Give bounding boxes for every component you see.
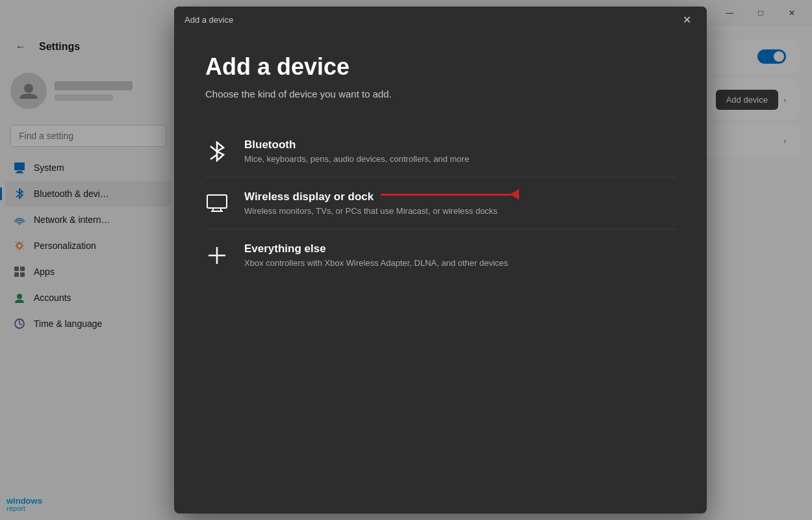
add-device-dialog: Add a device ✕ Add a device Choose the k… bbox=[174, 6, 707, 514]
annotation-arrow bbox=[381, 189, 519, 200]
bluetooth-device-name: Bluetooth bbox=[244, 138, 676, 151]
wireless-display-option[interactable]: Wireless display or dock Wireless monito… bbox=[205, 177, 676, 229]
bluetooth-option[interactable]: Bluetooth Mice, keyboards, pens, audio d… bbox=[205, 125, 676, 177]
svg-rect-20 bbox=[207, 195, 227, 208]
dialog-title-text: Add a device bbox=[184, 15, 233, 25]
everything-else-device-desc: Xbox controllers with Xbox Wireless Adap… bbox=[244, 258, 676, 268]
bluetooth-device-info: Bluetooth Mice, keyboards, pens, audio d… bbox=[244, 138, 676, 164]
svg-line-19 bbox=[210, 155, 217, 159]
everything-else-device-info: Everything else Xbox controllers with Xb… bbox=[244, 242, 676, 268]
dialog-subtitle: Choose the kind of device you want to ad… bbox=[205, 88, 676, 99]
svg-line-18 bbox=[210, 146, 217, 151]
bluetooth-device-desc: Mice, keyboards, pens, audio devices, co… bbox=[244, 154, 676, 164]
dialog-titlebar: Add a device ✕ bbox=[174, 6, 707, 32]
svg-marker-17 bbox=[217, 142, 223, 161]
everything-else-option[interactable]: Everything else Xbox controllers with Xb… bbox=[205, 229, 676, 281]
dialog-heading: Add a device bbox=[205, 53, 676, 81]
everything-else-icon bbox=[205, 244, 229, 267]
wireless-display-device-desc: Wireless monitors, TVs, or PCs that use … bbox=[244, 206, 676, 216]
bluetooth-device-icon bbox=[205, 140, 229, 163]
wireless-display-icon bbox=[205, 192, 229, 215]
dialog-close-button[interactable]: ✕ bbox=[677, 10, 696, 29]
dialog-body: Add a device Choose the kind of device y… bbox=[174, 32, 707, 514]
everything-else-device-name: Everything else bbox=[244, 242, 676, 255]
